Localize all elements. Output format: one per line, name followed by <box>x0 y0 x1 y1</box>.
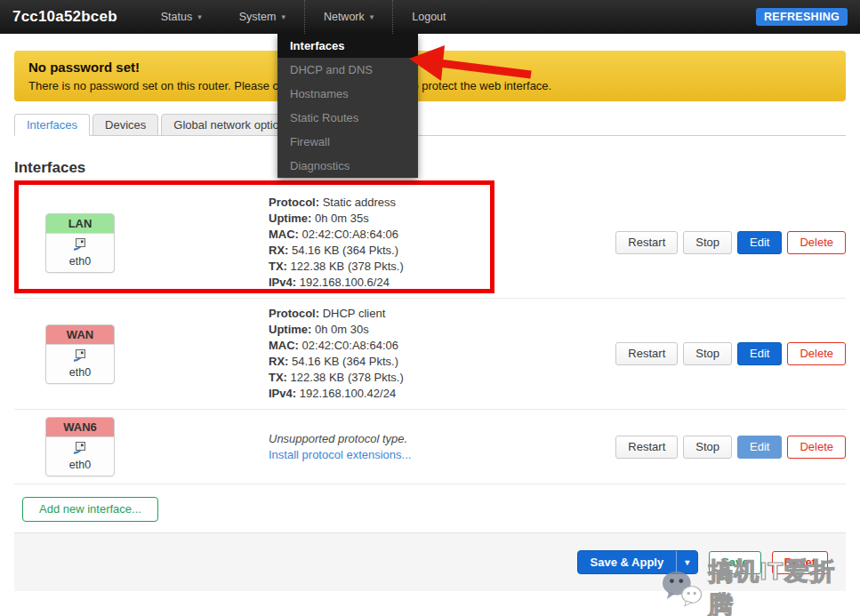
page-content: No password set! There is no password se… <box>0 51 860 591</box>
nav-item-system[interactable]: System ▾ <box>221 0 304 34</box>
ethernet-port-icon <box>72 348 88 363</box>
tab-devices[interactable]: Devices <box>92 114 158 136</box>
restart-button[interactable]: Restart <box>615 342 678 365</box>
banner-title: No password set! <box>28 60 832 75</box>
zone-name: WAN6 <box>46 418 114 437</box>
stop-button[interactable]: Stop <box>683 436 732 459</box>
status-line: TX: 122.38 KB (378 Pkts.) <box>269 259 605 275</box>
status-label: RX: <box>269 355 288 368</box>
interface-actions: Restart Stop Edit Delete <box>615 231 846 254</box>
status-value: 54.16 KB (364 Pkts.) <box>292 355 398 368</box>
zone-column: WAN eth0 <box>14 324 269 384</box>
status-label: Protocol: <box>269 196 319 209</box>
status-label: IPv4: <box>269 387 296 400</box>
zone-body: eth0 <box>46 234 114 272</box>
restart-button[interactable]: Restart <box>615 231 678 254</box>
add-new-interface-button[interactable]: Add new interface... <box>22 497 158 522</box>
zone-body: eth0 <box>46 437 114 476</box>
nav-item-network[interactable]: Network ▾ <box>304 0 392 34</box>
status-line: IPv4: 192.168.100.42/24 <box>269 386 605 402</box>
save-apply-label[interactable]: Save & Apply <box>578 551 677 573</box>
reset-button[interactable]: Reset <box>772 551 828 574</box>
status-line: Uptime: 0h 0m 30s <box>269 322 605 338</box>
status-label: Uptime: <box>269 212 311 225</box>
stop-button[interactable]: Stop <box>683 342 732 365</box>
interface-row-wan: WAN eth0 Protocol: DHCP client Uptime: 0… <box>14 299 846 410</box>
nav-item-logout-label: Logout <box>412 11 446 23</box>
interface-zone-box: LAN eth0 <box>45 213 115 273</box>
save-button[interactable]: Save <box>709 551 760 574</box>
status-line: TX: 122.38 KB (378 Pkts.) <box>269 370 605 386</box>
unsupported-protocol-text: Unsupported protocol type. <box>269 431 605 447</box>
restart-button[interactable]: Restart <box>615 436 678 459</box>
status-value: DHCP client <box>323 307 386 320</box>
interfaces-table: LAN eth0 Protocol: Static address Uptime… <box>14 188 846 484</box>
chevron-down-icon: ▾ <box>197 12 202 21</box>
edit-button[interactable]: Edit <box>737 231 782 254</box>
status-value: 0h 0m 35s <box>315 212 369 225</box>
status-label: TX: <box>269 371 287 384</box>
status-label: TX: <box>269 260 287 273</box>
status-value: 122.38 KB (378 Pkts.) <box>291 260 404 273</box>
chevron-down-icon: ▾ <box>685 557 689 567</box>
delete-button[interactable]: Delete <box>787 231 846 254</box>
save-apply-dropdown-toggle[interactable]: ▾ <box>676 551 697 573</box>
status-value: 0h 0m 30s <box>315 323 369 336</box>
status-line: RX: 54.16 KB (364 Pkts.) <box>269 354 605 370</box>
menu-item-interfaces[interactable]: Interfaces <box>277 34 418 58</box>
status-label: Uptime: <box>269 323 311 336</box>
status-line: RX: 54.16 KB (364 Pkts.) <box>269 243 605 259</box>
menu-item-hostnames[interactable]: Hostnames <box>277 82 418 106</box>
interface-status: Protocol: DHCP client Uptime: 0h 0m 30s … <box>269 306 605 402</box>
interface-zone-box: WAN eth0 <box>45 324 115 384</box>
status-value: 192.168.100.42/24 <box>300 387 396 400</box>
interface-actions: Restart Stop Edit Delete <box>615 342 846 365</box>
refreshing-badge[interactable]: REFRESHING <box>756 8 848 26</box>
status-line: Protocol: DHCP client <box>269 306 605 322</box>
chevron-down-icon: ▾ <box>281 12 285 21</box>
stop-button[interactable]: Stop <box>683 231 732 254</box>
zone-column: LAN eth0 <box>14 213 269 273</box>
install-protocol-extensions-link[interactable]: Install protocol extensions... <box>269 448 411 461</box>
tab-interfaces[interactable]: Interfaces <box>14 114 90 136</box>
menu-item-firewall[interactable]: Firewall <box>277 130 418 154</box>
status-line: MAC: 02:42:C0:A8:64:06 <box>269 227 605 243</box>
status-label: MAC: <box>269 228 299 241</box>
zone-column: WAN6 eth0 <box>14 417 269 476</box>
delete-button[interactable]: Delete <box>787 436 846 459</box>
nav-item-network-label: Network <box>324 11 365 23</box>
menu-item-static-routes[interactable]: Static Routes <box>277 106 418 130</box>
status-label: Protocol: <box>269 307 319 320</box>
status-line: Uptime: 0h 0m 35s <box>269 211 605 227</box>
ethernet-port-icon <box>72 441 88 455</box>
status-label: RX: <box>269 244 288 257</box>
top-navbar: 7cc10a52bceb Status ▾ System ▾ Network ▾… <box>0 0 860 34</box>
status-value: 54.16 KB (364 Pkts.) <box>292 244 398 257</box>
edit-button-disabled[interactable]: Edit <box>737 436 782 459</box>
status-line: MAC: 02:42:C0:A8:64:06 <box>269 338 605 354</box>
status-line: Protocol: Static address <box>269 195 605 211</box>
menu-item-diagnostics[interactable]: Diagnostics <box>277 154 418 178</box>
nav-item-status-label: Status <box>161 11 192 23</box>
delete-button[interactable]: Delete <box>787 342 846 365</box>
device-name: eth0 <box>46 459 114 471</box>
hostname-brand[interactable]: 7cc10a52bceb <box>12 8 117 26</box>
status-label: IPv4: <box>269 276 296 289</box>
chevron-down-icon: ▾ <box>370 12 374 21</box>
zone-name: LAN <box>46 214 114 234</box>
page-title: Interfaces <box>14 159 846 177</box>
footer-action-bar: Save & Apply ▾ Save Reset <box>14 532 846 591</box>
nav-item-system-label: System <box>239 11 277 23</box>
device-name: eth0 <box>46 255 114 268</box>
interface-zone-box: WAN6 eth0 <box>45 417 115 476</box>
nav-item-logout[interactable]: Logout <box>392 0 464 34</box>
nav-item-status[interactable]: Status ▾ <box>142 0 221 34</box>
save-apply-button[interactable]: Save & Apply ▾ <box>577 550 699 574</box>
interface-row-lan: LAN eth0 Protocol: Static address Uptime… <box>14 188 846 299</box>
edit-button[interactable]: Edit <box>737 342 782 365</box>
ethernet-port-icon <box>72 237 88 252</box>
interface-status: Protocol: Static address Uptime: 0h 0m 3… <box>269 195 605 291</box>
status-line: IPv4: 192.168.100.6/24 <box>269 275 605 291</box>
menu-item-dhcp-and-dns[interactable]: DHCP and DNS <box>277 58 418 82</box>
status-value: 122.38 KB (378 Pkts.) <box>291 371 404 384</box>
